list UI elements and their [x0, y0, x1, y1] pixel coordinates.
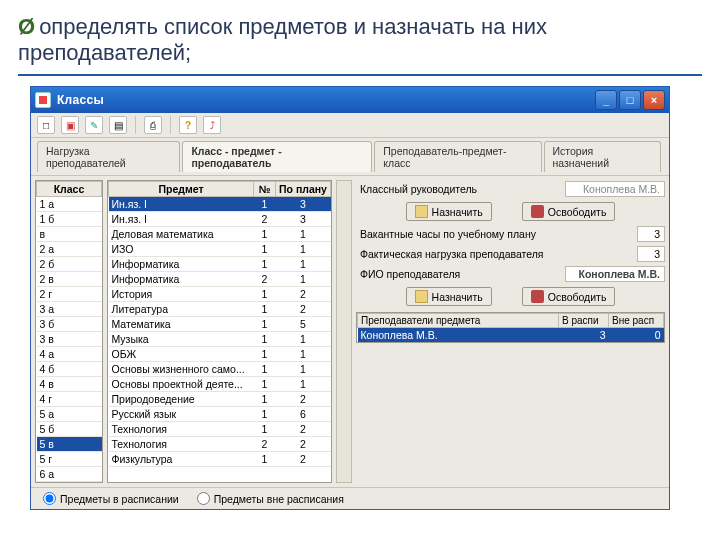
table-row[interactable]: 5 в [37, 437, 102, 452]
exit-icon[interactable]: ⤴ [203, 116, 221, 134]
table-row[interactable]: 2 в [37, 272, 102, 287]
class-teacher-label: Классный руководитель [356, 181, 565, 197]
slide-bullet: Øопределять список предметов и назначать… [18, 14, 702, 66]
tab-teacher-subject[interactable]: Преподаватель-предмет-класс [374, 141, 541, 172]
table-row[interactable]: 1 а [37, 197, 102, 212]
footer: Предметы в расписании Предметы вне распи… [31, 487, 669, 509]
table-row[interactable]: 6 а [37, 467, 102, 482]
titlebar[interactable]: Классы _ □ × [31, 87, 669, 113]
table-row[interactable]: ИЗО11 [109, 242, 331, 257]
table-row[interactable]: ОБЖ11 [109, 347, 331, 362]
release-icon [531, 205, 544, 218]
subject-teachers-grid[interactable]: Преподаватели предметаВ распиВне расп Ко… [356, 312, 665, 343]
table-row[interactable]: Основы проектной деяте...11 [109, 377, 331, 392]
teacher-fio-value: Коноплева М.В. [565, 266, 665, 282]
table-row[interactable]: 4 б [37, 362, 102, 377]
window-title: Классы [57, 93, 104, 107]
table-row[interactable]: История12 [109, 287, 331, 302]
assign-class-teacher-button[interactable]: Назначить [406, 202, 492, 221]
table-row[interactable]: Русский язык16 [109, 407, 331, 422]
tab-history[interactable]: История назначений [544, 141, 662, 172]
table-row[interactable]: в [37, 227, 102, 242]
tabstrip: Нагрузка преподавателей Класс - предмет … [31, 138, 669, 176]
open-icon[interactable]: ▣ [61, 116, 79, 134]
radio-in-schedule[interactable]: Предметы в расписании [43, 492, 179, 505]
toolbar: □ ▣ ✎ ▤ ⎙ ? ⤴ [31, 113, 669, 138]
table-row[interactable]: Деловая математика11 [109, 227, 331, 242]
class-grid[interactable]: Класс1 а1 бв2 а2 б2 в2 г3 а3 б3 в4 а4 б4… [35, 180, 103, 483]
table-row[interactable]: Ин.яз. I13 [109, 197, 331, 212]
table-row[interactable]: 2 г [37, 287, 102, 302]
table-row[interactable]: Технология12 [109, 422, 331, 437]
table-row[interactable]: Природоведение12 [109, 392, 331, 407]
table-row[interactable]: 4 а [37, 347, 102, 362]
table-row[interactable]: 5 г [37, 452, 102, 467]
table-row[interactable]: 1 б [37, 212, 102, 227]
new-icon[interactable]: □ [37, 116, 55, 134]
table-row[interactable]: Ин.яз. I23 [109, 212, 331, 227]
table-row: Коноплева М.В.30 [358, 328, 664, 343]
separator [170, 116, 171, 134]
tab-class-subject[interactable]: Класс - предмет - преподаватель [182, 141, 372, 172]
free-class-teacher-button[interactable]: Освободить [522, 202, 616, 221]
folder-icon [415, 205, 428, 218]
close-button[interactable]: × [643, 90, 665, 110]
table-row[interactable]: Основы жизненного само...11 [109, 362, 331, 377]
help-icon[interactable]: ? [179, 116, 197, 134]
save-icon[interactable]: ✎ [85, 116, 103, 134]
table-row[interactable]: 2 б [37, 257, 102, 272]
vacant-hours-label: Вакантные часы по учебному плану [356, 226, 637, 242]
minimize-button[interactable]: _ [595, 90, 617, 110]
table-row[interactable]: Технология22 [109, 437, 331, 452]
app-icon [35, 92, 51, 108]
teacher-fio-label: ФИО преподавателя [356, 266, 565, 282]
folder-icon [415, 290, 428, 303]
free-teacher-button[interactable]: Освободить [522, 287, 616, 306]
table-row[interactable]: 4 в [37, 377, 102, 392]
table-row[interactable]: Информатика21 [109, 272, 331, 287]
bullet-arrow-icon: Ø [18, 14, 35, 39]
scrollbar[interactable] [336, 180, 352, 483]
slide-rule [18, 74, 702, 76]
maximize-button[interactable]: □ [619, 90, 641, 110]
separator [135, 116, 136, 134]
release-icon [531, 290, 544, 303]
table-row[interactable]: 5 а [37, 407, 102, 422]
table-row[interactable]: 3 а [37, 302, 102, 317]
assign-teacher-button[interactable]: Назначить [406, 287, 492, 306]
actual-load-label: Фактическая нагрузка преподавателя [356, 246, 637, 262]
table-row[interactable]: Математика15 [109, 317, 331, 332]
details-panel: Классный руководительКоноплева М.В. Назн… [356, 180, 665, 483]
print-icon[interactable]: ⎙ [144, 116, 162, 134]
subject-grid[interactable]: Предмет№По плануИн.яз. I13Ин.яз. I23Дело… [107, 180, 332, 483]
table-row[interactable]: 3 в [37, 332, 102, 347]
table-row[interactable]: 3 б [37, 317, 102, 332]
actual-load-value: 3 [637, 246, 665, 262]
table-row[interactable]: Музыка11 [109, 332, 331, 347]
vacant-hours-value: 3 [637, 226, 665, 242]
table-row[interactable]: 2 а [37, 242, 102, 257]
table-row[interactable]: Литература12 [109, 302, 331, 317]
copy-icon[interactable]: ▤ [109, 116, 127, 134]
class-teacher-value: Коноплева М.В. [565, 181, 665, 197]
radio-out-schedule[interactable]: Предметы вне расписания [197, 492, 344, 505]
table-row[interactable]: 5 б [37, 422, 102, 437]
window: Классы _ □ × □ ▣ ✎ ▤ ⎙ ? ⤴ Нагрузка преп… [30, 86, 670, 510]
tab-load[interactable]: Нагрузка преподавателей [37, 141, 180, 172]
table-row[interactable]: Физкультура12 [109, 452, 331, 467]
table-row[interactable]: 4 г [37, 392, 102, 407]
content-area: Класс1 а1 бв2 а2 б2 в2 г3 а3 б3 в4 а4 б4… [31, 176, 669, 487]
table-row[interactable]: Информатика11 [109, 257, 331, 272]
